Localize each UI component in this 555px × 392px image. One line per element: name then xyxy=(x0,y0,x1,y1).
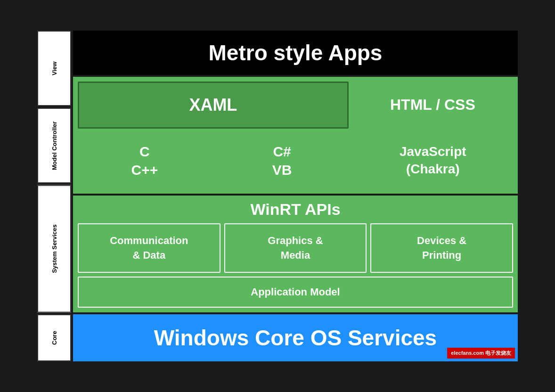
view-label: View xyxy=(37,31,71,106)
winrt-section: WinRT APIs Communication & Data Graphics… xyxy=(73,196,518,313)
graphics-media-box: Graphics & Media xyxy=(224,223,367,273)
xaml-box: XAML xyxy=(78,82,349,129)
core-label: Core xyxy=(37,314,71,361)
winrt-title: WinRT APIs xyxy=(78,200,513,219)
csharp-vb-box: C# VB xyxy=(215,132,349,189)
languages-section: XAML HTML / CSS C C++ C# VB xyxy=(73,77,518,194)
c-cpp-box: C C++ xyxy=(78,132,212,189)
communication-data-box: Communication & Data xyxy=(78,223,220,273)
devices-printing-box: Devices & Printing xyxy=(370,223,513,273)
system-services-label: System Services xyxy=(37,185,71,313)
winrt-boxes: Communication & Data Graphics & Media De… xyxy=(78,223,513,273)
view-row: XAML HTML / CSS xyxy=(78,82,513,129)
model-row: C C++ C# VB JavaScript (Chakra) xyxy=(78,132,513,189)
javascript-box: JavaScript (Chakra) xyxy=(353,132,514,189)
metro-header: Metro style Apps xyxy=(73,31,518,75)
model-controller-label: Model Controller xyxy=(37,108,71,183)
html-css-box: HTML / CSS xyxy=(352,82,513,129)
watermark: elecfans.com 电子发烧友 xyxy=(447,348,515,359)
app-model-box: Application Model xyxy=(78,277,513,308)
